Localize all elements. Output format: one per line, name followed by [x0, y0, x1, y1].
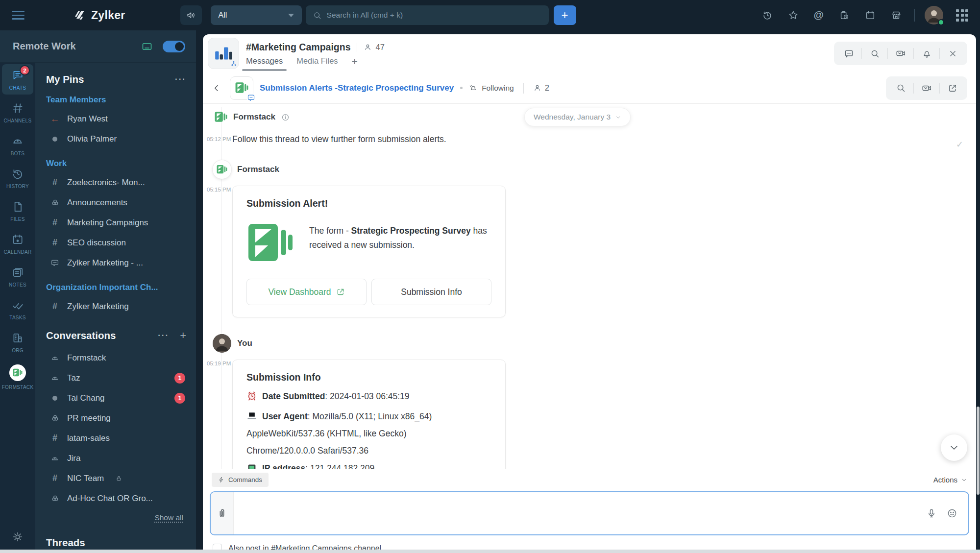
- mentions-icon[interactable]: @: [814, 9, 824, 21]
- pins-more-icon[interactable]: ···: [175, 74, 186, 84]
- video-call-icon[interactable]: [888, 42, 913, 65]
- sidebar-item-ryan-west[interactable]: ← Ryan West: [45, 109, 187, 129]
- tab-media-files[interactable]: Media Files: [296, 56, 338, 67]
- sender-name[interactable]: You: [237, 338, 252, 348]
- rail-item-channels[interactable]: CHANNELS: [2, 97, 33, 127]
- conversations-more-icon[interactable]: ···: [158, 331, 169, 340]
- conversation-jira[interactable]: Jira: [45, 448, 187, 468]
- read-receipt-check-icon: ✓: [956, 139, 963, 150]
- video-call-icon[interactable]: [914, 76, 939, 100]
- search-icon[interactable]: [862, 42, 887, 65]
- computer-icon: [246, 462, 257, 469]
- message-text: Follow this thread to view further form …: [232, 131, 446, 144]
- new-conversation-icon[interactable]: +: [180, 329, 186, 342]
- hamburger-menu-icon[interactable]: [12, 11, 24, 20]
- sender-name[interactable]: Formstack: [233, 112, 275, 122]
- back-chevron-icon[interactable]: [212, 83, 221, 93]
- comment-icon[interactable]: [836, 42, 861, 65]
- message-list[interactable]: Wednesday, January 3 Formstack 05:12 PM …: [203, 104, 976, 469]
- following-button[interactable]: Following: [469, 84, 514, 93]
- availability-toggle[interactable]: [163, 41, 185, 52]
- calendar-icon[interactable]: [865, 10, 876, 21]
- submission-info-button[interactable]: Submission Info: [371, 279, 491, 305]
- sidebar-item-zylker-marketing-thread[interactable]: Zylker Marketing - ...: [45, 253, 187, 273]
- settings-gear-icon[interactable]: [11, 530, 24, 543]
- search-scope-select[interactable]: All: [211, 5, 302, 25]
- scroll-to-bottom-button[interactable]: [941, 434, 967, 461]
- rail-item-tasks[interactable]: TASKS: [2, 294, 33, 324]
- sender-name[interactable]: Formstack: [237, 165, 279, 174]
- rail-item-bots[interactable]: BOTS: [2, 130, 33, 160]
- message-time: 05:12 PM: [203, 131, 232, 142]
- recent-history-icon[interactable]: [762, 10, 773, 21]
- reminders-icon[interactable]: [839, 10, 850, 21]
- rail-item-calendar[interactable]: CALENDAR: [2, 228, 33, 259]
- conversation-adhoc[interactable]: Ad-Hoc Chat OR Gro...: [45, 488, 187, 508]
- rail-item-formstack[interactable]: FORMSTACK: [2, 360, 33, 394]
- commands-button[interactable]: Commands: [212, 473, 269, 487]
- you-avatar[interactable]: [213, 334, 231, 353]
- tab-messages[interactable]: Messages: [246, 56, 283, 67]
- conversation-pr-meeting[interactable]: PR meeting: [45, 408, 187, 428]
- sidebar-item-announcements[interactable]: Announcements: [45, 192, 187, 213]
- sidebar-item-zylker-marketing[interactable]: # Zylker Marketing: [45, 296, 187, 316]
- files-icon: [11, 200, 24, 213]
- org-icon: [11, 332, 24, 344]
- new-chat-button[interactable]: +: [554, 5, 576, 25]
- conversation-taz[interactable]: Taz 1: [45, 368, 187, 388]
- pin-group-title[interactable]: Team Members: [46, 95, 186, 105]
- card-title: Submission Alert!: [246, 198, 491, 209]
- channel-avatar[interactable]: [208, 38, 239, 69]
- formstack-avatar[interactable]: [213, 160, 231, 179]
- thread-bubble-badge-icon: [247, 94, 255, 102]
- marketplace-icon[interactable]: [891, 10, 902, 21]
- mic-icon[interactable]: [926, 508, 937, 519]
- device-monitor-icon[interactable]: [141, 41, 153, 52]
- rail-item-chats[interactable]: 2 CHATS: [2, 64, 33, 95]
- show-all-link[interactable]: Show all: [154, 513, 183, 522]
- add-tab-icon[interactable]: +: [352, 56, 358, 68]
- conversation-tai-chang[interactable]: Tai Chang 1: [45, 388, 187, 408]
- info-icon[interactable]: [281, 113, 290, 121]
- zylker-logo-icon: [74, 9, 86, 22]
- sidebar-item-marketing-campaigns[interactable]: # Marketing Campaigns: [45, 213, 187, 233]
- conversation-nic-team[interactable]: # NIC Team: [45, 468, 187, 488]
- user-avatar[interactable]: [925, 6, 943, 24]
- channel-member-count[interactable]: 47: [364, 43, 384, 52]
- emoji-icon[interactable]: [947, 508, 957, 519]
- apps-grid-icon[interactable]: [956, 9, 968, 22]
- thread-avatar[interactable]: [230, 76, 253, 100]
- date-pill[interactable]: Wednesday, January 3: [524, 108, 631, 126]
- notifications-bell-icon[interactable]: [914, 42, 939, 65]
- rail-item-files[interactable]: FILES: [2, 195, 33, 226]
- view-dashboard-button[interactable]: View Dashboard: [246, 279, 367, 305]
- open-external-icon[interactable]: [940, 76, 965, 100]
- sidebar-item-zoelectronics[interactable]: # Zoelectronics- Mon...: [45, 172, 187, 192]
- pin-group-title[interactable]: Organization Important Ch...: [46, 283, 186, 292]
- close-icon[interactable]: [940, 42, 965, 65]
- sidebar-item-olivia-palmer[interactable]: Olivia Palmer: [45, 129, 187, 149]
- page-scrollbar-thumb[interactable]: [977, 407, 980, 495]
- sidebar-item-seo-discussion[interactable]: # SEO discussion: [45, 233, 187, 253]
- volume-icon[interactable]: [180, 5, 202, 25]
- actions-dropdown[interactable]: Actions: [933, 476, 967, 484]
- conversation-latam-sales[interactable]: # latam-sales: [45, 428, 187, 448]
- bell-follow-icon: [469, 84, 478, 93]
- topbar-divider: [914, 9, 915, 22]
- pin-group-title[interactable]: Work: [46, 159, 186, 168]
- formstack-avatar[interactable]: [215, 111, 227, 123]
- rail-item-org[interactable]: ORG: [2, 327, 33, 357]
- search-input[interactable]: [327, 11, 542, 20]
- rail-item-notes[interactable]: NOTES: [2, 261, 33, 291]
- rail-item-history[interactable]: HISTORY: [2, 163, 33, 193]
- search-icon[interactable]: [888, 76, 913, 100]
- bots-icon: [11, 135, 24, 147]
- thread-member-count[interactable]: 2: [533, 83, 549, 93]
- global-search[interactable]: [306, 5, 549, 25]
- attach-file-button[interactable]: [211, 492, 234, 534]
- submission-info-card: Submission Info Date Submitted: 2024-01-…: [232, 360, 506, 469]
- starred-icon[interactable]: [788, 10, 799, 21]
- message-input[interactable]: [234, 492, 926, 534]
- thread-title[interactable]: Submission Alerts -Strategic Prospecting…: [260, 83, 454, 93]
- conversation-formstack[interactable]: Formstack: [45, 348, 187, 368]
